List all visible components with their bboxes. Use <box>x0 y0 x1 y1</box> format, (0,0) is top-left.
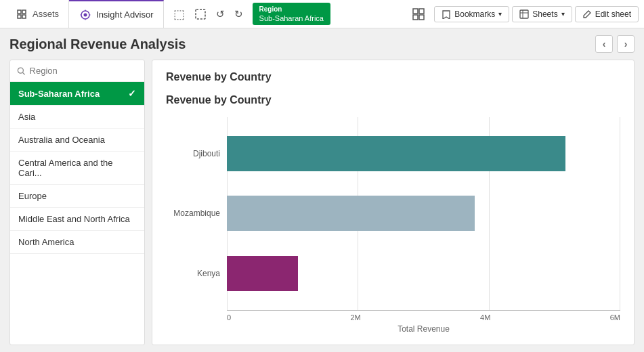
sidebar-item-label: Sub-Saharan Africa <box>18 89 100 99</box>
tab-assets[interactable]: Assets <box>5 0 69 28</box>
bar-label-djibouti: Djibouti <box>166 133 227 174</box>
svg-rect-1 <box>22 10 26 14</box>
bar-mozambique <box>227 196 475 231</box>
sidebar-item-label: Europe <box>18 191 47 201</box>
bookmarks-label: Bookmarks <box>454 9 495 19</box>
bookmarks-chevron: ▾ <box>498 10 502 18</box>
sheets-chevron: ▾ <box>561 10 565 18</box>
sheets-label: Sheets <box>532 9 557 19</box>
lasso-tool[interactable] <box>190 5 211 23</box>
top-navigation: Assets Insight Advisor ⬚ ↺ ↻ Region <box>0 0 644 28</box>
page-header: Regional Revenue Analysis ‹ › <box>9 35 635 53</box>
x-axis-tick: 2M <box>350 313 360 322</box>
bar-label-mozambique: Mozambique <box>166 193 227 234</box>
region-filter-chip[interactable]: Region Sub-Saharan Africa <box>253 3 330 25</box>
svg-rect-14 <box>419 15 424 20</box>
search-icon <box>17 66 26 76</box>
region-sidebar: Sub-Saharan Africa✓AsiaAustralia and Oce… <box>9 60 145 345</box>
edit-sheet-button[interactable]: Edit sheet <box>575 6 639 22</box>
assets-icon <box>15 7 28 21</box>
svg-line-19 <box>23 72 25 74</box>
svg-rect-12 <box>419 9 424 14</box>
region-list: Sub-Saharan Africa✓AsiaAustralia and Oce… <box>10 82 144 345</box>
svg-rect-11 <box>413 9 418 14</box>
x-axis-tick: 0 <box>227 313 231 322</box>
bar-row-kenya <box>227 253 620 294</box>
redo-button[interactable]: ↻ <box>230 5 247 23</box>
sheets-button[interactable]: Sheets ▾ <box>512 6 572 22</box>
revenue-chart-container: Revenue by CountryRevenue by Country Dji… <box>152 60 635 345</box>
chip-title: Region <box>259 5 324 14</box>
svg-rect-3 <box>22 15 26 18</box>
chip-value: Sub-Saharan Africa <box>259 14 324 23</box>
sidebar-item-north-america[interactable]: North America <box>10 231 144 254</box>
grid-view-button[interactable] <box>406 5 431 23</box>
sidebar-item-europe[interactable]: Europe <box>10 185 144 208</box>
bar-row-mozambique <box>227 193 620 234</box>
sidebar-search-area <box>10 60 144 82</box>
sidebar-item-asia[interactable]: Asia <box>10 106 144 129</box>
x-axis-title: Total Revenue <box>227 324 620 334</box>
bar-kenya <box>227 256 298 291</box>
bar-label-kenya: Kenya <box>166 253 227 294</box>
tab-assets-label: Assets <box>33 9 59 19</box>
sidebar-item-central-america[interactable]: Central America and the Cari... <box>10 152 144 185</box>
insight-advisor-icon <box>79 8 92 22</box>
chart-title: Revenue by Country <box>166 71 620 83</box>
undo-button[interactable]: ↺ <box>212 5 229 23</box>
svg-rect-2 <box>18 15 21 18</box>
chart-title: Revenue by Country <box>166 94 620 106</box>
next-page-button[interactable]: › <box>617 35 635 53</box>
bar-djibouti <box>227 136 565 171</box>
svg-rect-13 <box>413 15 418 20</box>
x-axis-tick: 4M <box>480 313 490 322</box>
svg-rect-0 <box>18 10 21 14</box>
bookmarks-button[interactable]: Bookmarks ▾ <box>434 6 509 22</box>
page-title: Regional Revenue Analysis <box>9 37 186 52</box>
sidebar-item-australia[interactable]: Australia and Oceania <box>10 129 144 152</box>
bar-row-djibouti <box>227 133 620 174</box>
svg-point-18 <box>18 68 23 73</box>
sidebar-item-sub-saharan[interactable]: Sub-Saharan Africa✓ <box>10 82 144 106</box>
sidebar-item-middle-east[interactable]: Middle East and North Africa <box>10 208 144 231</box>
content-area: Sub-Saharan Africa✓AsiaAustralia and Oce… <box>9 60 635 345</box>
x-axis: 02M4M6M <box>227 310 620 322</box>
sidebar-item-label: Middle East and North Africa <box>18 214 130 224</box>
edit-sheet-label: Edit sheet <box>595 9 631 19</box>
tab-insight-advisor-label: Insight Advisor <box>96 9 154 20</box>
selected-checkmark: ✓ <box>128 88 136 99</box>
sidebar-item-label: Asia <box>18 112 35 122</box>
svg-point-5 <box>84 13 87 16</box>
svg-rect-15 <box>520 10 528 18</box>
select-region-tool[interactable]: ⬚ <box>169 4 189 24</box>
svg-rect-10 <box>196 9 205 19</box>
sidebar-item-label: North America <box>18 237 74 247</box>
prev-page-button[interactable]: ‹ <box>595 35 613 53</box>
sidebar-item-label: Australia and Oceania <box>18 135 105 145</box>
region-search-input[interactable] <box>30 66 137 76</box>
page-content: Regional Revenue Analysis ‹ › Sub-Sahara… <box>0 28 644 352</box>
page-navigation: ‹ › <box>595 35 635 53</box>
sidebar-item-label: Central America and the Cari... <box>18 158 136 178</box>
x-axis-tick: 6M <box>610 313 620 322</box>
tab-insight-advisor[interactable]: Insight Advisor <box>69 0 164 28</box>
